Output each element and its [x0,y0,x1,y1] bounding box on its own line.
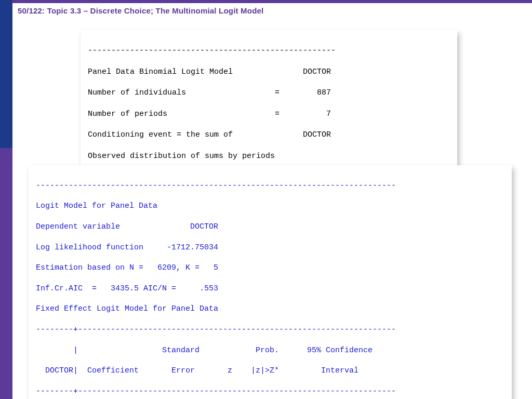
table-header-1: | Standard Prob. 95% Confidence [36,346,373,355]
line-model: Logit Model for Panel Data [36,202,157,210]
top-accent-bar [0,0,532,3]
table-header-2: DOCTOR| Coefficient Error z |z|>Z* Inter… [36,366,358,375]
line-nk: Estimation based on N = 6209, K = 5 [36,263,218,272]
output-panel-fe-logit: ----------------------------------------… [29,165,512,399]
slide-title: 50/122: Topic 3.3 – Discrete Choice; The… [18,6,263,15]
table-divider: --------+-------------------------------… [36,387,396,396]
table-divider: --------+-------------------------------… [36,325,396,334]
line-conditioning: Conditioning event = the sum of DOCTOR [88,130,331,139]
line-model-title: Panel Data Binomial Logit Model DOCTOR [88,68,331,76]
line-loglik: Log likelihood function -1712.75034 [36,243,218,252]
divider: ----------------------------------------… [88,46,336,55]
line-n-periods: Number of periods = 7 [88,110,331,118]
line-n-individuals: Number of individuals = 887 [88,88,331,97]
line-obs-dist: Observed distribution of sums by periods [88,152,275,161]
sidebar-upper [0,0,12,148]
divider: ----------------------------------------… [36,181,396,190]
sidebar-lower [0,148,12,399]
line-aic: Inf.Cr.AIC = 3435.5 AIC/N = .553 [36,284,218,293]
line-fe: Fixed Effect Logit Model for Panel Data [36,304,218,313]
line-depvar: Dependent variable DOCTOR [36,222,218,231]
